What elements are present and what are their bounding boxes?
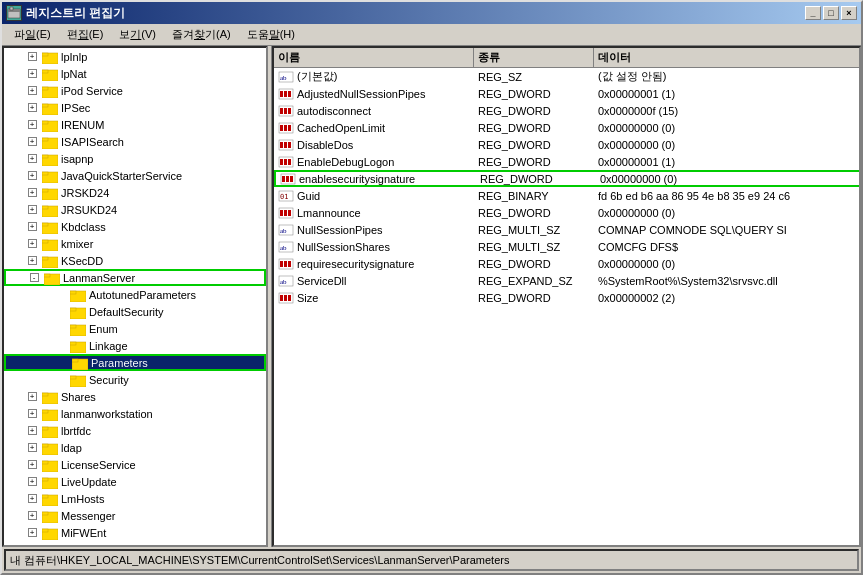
expander-JavaQuickStarterService[interactable]: + <box>24 168 40 184</box>
tree-item-JRSUKD24[interactable]: + JRSUKD24 <box>4 201 266 218</box>
tree-item-lpNat[interactable]: + lpNat <box>4 65 266 82</box>
cell-type: REG_DWORD <box>474 139 594 151</box>
table-row[interactable]: 01 Guid REG_BINARY fd 6b ed b6 aa 86 95 … <box>274 187 861 204</box>
expander-DefaultSecurity <box>52 304 68 320</box>
expander-LicenseService[interactable]: + <box>24 457 40 473</box>
tree-item-iPodService[interactable]: + iPod Service <box>4 82 266 99</box>
table-row[interactable]: DisableDos REG_DWORD 0x00000000 (0) <box>274 136 861 153</box>
close-button[interactable]: × <box>841 6 857 20</box>
tree-item-AutotunedParameters[interactable]: AutotunedParameters <box>4 286 266 303</box>
table-row[interactable]: ab (기본값) REG_SZ (값 설정 안됨) <box>274 68 861 85</box>
expander-JRSUKD24[interactable]: + <box>24 202 40 218</box>
tree-item-MiIPSEnt[interactable]: + MiIPSEnt <box>4 541 266 547</box>
tree-item-lanmanworkstation[interactable]: + lanmanworkstation <box>4 405 266 422</box>
table-row[interactable]: CachedOpenLimit REG_DWORD 0x00000000 (0) <box>274 119 861 136</box>
expander-IPSec[interactable]: + <box>24 100 40 116</box>
expander-isapnp[interactable]: + <box>24 151 40 167</box>
expander-Shares[interactable]: + <box>24 389 40 405</box>
menu-file[interactable]: 파일(E) <box>6 25 59 44</box>
tree-item-LmHosts[interactable]: + LmHosts <box>4 490 266 507</box>
reg-type-icon <box>278 138 294 152</box>
tree-item-Parameters[interactable]: Parameters <box>4 354 266 371</box>
tree-item-LicenseService[interactable]: + LicenseService <box>4 456 266 473</box>
tree-item-Shares[interactable]: + Shares <box>4 388 266 405</box>
expander-lpInlp[interactable]: + <box>24 49 40 65</box>
expander-Kbdclass[interactable]: + <box>24 219 40 235</box>
folder-icon-SecurityChild <box>70 373 86 387</box>
table-row[interactable]: ab ServiceDll REG_EXPAND_SZ %SystemRoot%… <box>274 272 861 289</box>
svg-text:ab: ab <box>280 278 287 286</box>
tree-item-ldap[interactable]: + ldap <box>4 439 266 456</box>
table-row[interactable]: Size REG_DWORD 0x00000002 (2) <box>274 289 861 306</box>
expander-ISAPISearch[interactable]: + <box>24 134 40 150</box>
cell-name-text: Size <box>297 292 318 304</box>
folder-icon-MiIPSEnt <box>42 543 58 548</box>
tree-item-SecurityChild[interactable]: Security <box>4 371 266 388</box>
tree-item-LanmanServer[interactable]: - LanmanServer <box>4 269 266 286</box>
table-row[interactable]: autodisconnect REG_DWORD 0x0000000f (15) <box>274 102 861 119</box>
tree-item-Kbdclass[interactable]: + Kbdclass <box>4 218 266 235</box>
expander-lpNat[interactable]: + <box>24 66 40 82</box>
minimize-button[interactable]: _ <box>805 6 821 20</box>
table-row[interactable]: enablesecuritysignature REG_DWORD 0x0000… <box>274 170 861 187</box>
expander-JRSKD24[interactable]: + <box>24 185 40 201</box>
tree-item-IPSec[interactable]: + IPSec <box>4 99 266 116</box>
expander-iPodService[interactable]: + <box>24 83 40 99</box>
svg-rect-38 <box>70 342 76 345</box>
cell-data: 0x00000000 (0) <box>594 122 861 134</box>
expander-lanmanworkstation[interactable]: + <box>24 406 40 422</box>
tree-item-JavaQuickStarterService[interactable]: + JavaQuickStarterService <box>4 167 266 184</box>
table-row[interactable]: Lmannounce REG_DWORD 0x00000000 (0) <box>274 204 861 221</box>
expander-LanmanServer[interactable]: - <box>26 270 42 286</box>
tree-label-kmixer: kmixer <box>61 238 93 250</box>
expander-IRENUM[interactable]: + <box>24 117 40 133</box>
expander-LiveUpdate[interactable]: + <box>24 474 40 490</box>
table-row[interactable]: ab NullSessionPipes REG_MULTI_SZ COMNAP … <box>274 221 861 238</box>
tree-item-isapnp[interactable]: + isapnp <box>4 150 266 167</box>
tree-item-KSecDD[interactable]: + KSecDD <box>4 252 266 269</box>
expander-LmHosts[interactable]: + <box>24 491 40 507</box>
cell-data: 0x00000000 (0) <box>594 139 861 151</box>
menu-view[interactable]: 보기(V) <box>111 25 164 44</box>
expander-kmixer[interactable]: + <box>24 236 40 252</box>
menu-edit[interactable]: 편집(E) <box>59 25 112 44</box>
tree-label-Linkage: Linkage <box>89 340 128 352</box>
table-row[interactable]: AdjustedNullSessionPipes REG_DWORD 0x000… <box>274 85 861 102</box>
tree-item-DefaultSecurity[interactable]: DefaultSecurity <box>4 303 266 320</box>
folder-icon-lanmanworkstation <box>42 407 58 421</box>
tree-item-ISAPISearch[interactable]: + ISAPISearch <box>4 133 266 150</box>
expander-ldap[interactable]: + <box>24 440 40 456</box>
expander-KSecDD[interactable]: + <box>24 253 40 269</box>
tree-item-Linkage[interactable]: Linkage <box>4 337 266 354</box>
tree-item-lpInlp[interactable]: + lpInlp <box>4 48 266 65</box>
maximize-button[interactable]: □ <box>823 6 839 20</box>
tree-item-IRENUM[interactable]: + IRENUM <box>4 116 266 133</box>
menu-favorites[interactable]: 즐겨찾기(A) <box>164 25 239 44</box>
expander-Enum <box>52 321 68 337</box>
expander-Messenger[interactable]: + <box>24 508 40 524</box>
tree-label-Messenger: Messenger <box>61 510 115 522</box>
tree-item-lbrtfdc[interactable]: + lbrtfdc <box>4 422 266 439</box>
menu-help[interactable]: 도움말(H) <box>239 25 303 44</box>
table-row[interactable]: ab NullSessionShares REG_MULTI_SZ COMCFG… <box>274 238 861 255</box>
tree-item-JRSKD24[interactable]: + JRSKD24 <box>4 184 266 201</box>
tree-label-JRSUKD24: JRSUKD24 <box>61 204 117 216</box>
tree-item-MiFWEnt[interactable]: + MiFWEnt <box>4 524 266 541</box>
table-row[interactable]: EnableDebugLogon REG_DWORD 0x00000001 (1… <box>274 153 861 170</box>
cell-name: ab (기본값) <box>274 69 474 84</box>
tree-item-Enum[interactable]: Enum <box>4 320 266 337</box>
registry-tree[interactable]: + lpInlp + lpNat + <box>2 46 267 547</box>
tree-item-Messenger[interactable]: + Messenger <box>4 507 266 524</box>
expander-MiFWEnt[interactable]: + <box>24 525 40 541</box>
expander-MiIPSEnt[interactable]: + <box>24 542 40 548</box>
col-header-data[interactable]: 데이터 <box>594 48 861 67</box>
tree-item-LiveUpdate[interactable]: + LiveUpdate <box>4 473 266 490</box>
folder-icon-Enum <box>70 322 86 336</box>
tree-item-kmixer[interactable]: + kmixer <box>4 235 266 252</box>
cell-name: requiresecuritysignature <box>274 257 474 271</box>
col-header-type[interactable]: 종류 <box>474 48 594 67</box>
reg-type-icon <box>278 155 294 169</box>
expander-lbrtfdc[interactable]: + <box>24 423 40 439</box>
col-header-name[interactable]: 이름 <box>274 48 474 67</box>
table-row[interactable]: requiresecuritysignature REG_DWORD 0x000… <box>274 255 861 272</box>
